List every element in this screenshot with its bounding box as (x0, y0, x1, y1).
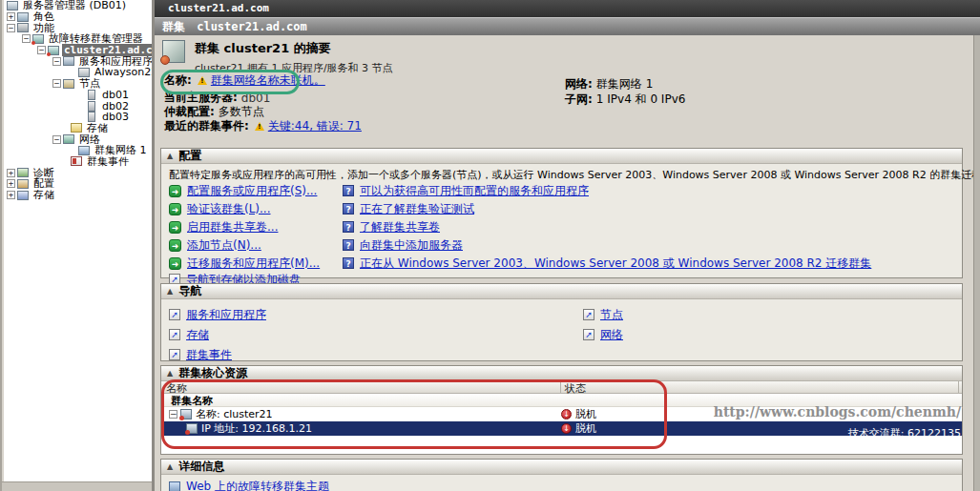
section-configure-header[interactable]: ▲ 配置 (161, 149, 962, 164)
collapse-minus-icon[interactable] (52, 79, 61, 88)
nav-link-services-applications[interactable]: 服务和应用程序 (169, 306, 266, 323)
action-arrow-icon (169, 257, 181, 270)
page-title: 群集 cluster21.ad.com (155, 17, 980, 35)
link-configure-service[interactable]: 配置服务或应用程序(S)... (169, 182, 317, 199)
help-icon (343, 185, 354, 196)
nav-link-nodes[interactable]: 节点 (583, 306, 623, 323)
tree-item-failover-cluster-manager[interactable]: 故障转移群集管理器 (4, 33, 152, 45)
cluster-network-name-offline-link[interactable]: 群集网络名称未联机。 (211, 72, 325, 89)
collapse-minus-icon[interactable] (52, 57, 61, 66)
field-quorum: 仲裁配置: 多数节点 (164, 105, 264, 119)
field-subnet: 子网: 1 IPv4 和 0 IPv6 (565, 92, 685, 107)
help-link-add-server[interactable]: 向群集中添加服务器 (343, 236, 463, 254)
tree-item-cluster-events[interactable]: 群集事件 (4, 156, 152, 168)
link-validate-cluster[interactable]: 验证该群集(L)... (169, 200, 271, 217)
tree-item-nodes[interactable]: 节点 (4, 78, 152, 90)
action-arrow-icon (169, 239, 181, 252)
navigate-icon (169, 309, 180, 320)
action-arrow-icon (169, 203, 181, 215)
section-core-resources-header[interactable]: ▲ 群集核心资源 (161, 366, 962, 381)
tree-item-storage[interactable]: 存储 (4, 123, 152, 134)
link-migrate-services[interactable]: 迁移服务和应用程序(M)... (169, 255, 320, 272)
help-link-migrating-cluster[interactable]: 正在从 Windows Server 2003、Windows Server 2… (343, 255, 871, 272)
tree-item-storage-root[interactable]: 存储 (4, 190, 152, 201)
nav-link-networks[interactable]: 网络 (583, 326, 623, 343)
nav-link-storage[interactable]: 存储 (169, 326, 209, 343)
ip-address-resource-icon (186, 423, 198, 434)
collapse-minus-icon[interactable] (169, 410, 177, 419)
expand-plus-icon[interactable] (7, 169, 15, 177)
cluster-icon (48, 46, 59, 55)
column-name[interactable]: 名称 (161, 381, 561, 393)
recent-events-link[interactable]: 关键:44, 错误: 71 (268, 118, 362, 134)
cluster-summary-icon (162, 40, 185, 63)
field-current-host: 当前主服务器: db01 (164, 91, 270, 105)
failover-cluster-manager-window: 服务器管理器 (DB01) 角色 功能 故障转移群集管理器 cluster21.… (0, 0, 980, 491)
application-icon (78, 68, 90, 77)
section-navigate-header[interactable]: ▲ 导航 (161, 284, 962, 299)
help-link-validation-tests[interactable]: 正在了解群集验证测试 (343, 200, 474, 217)
networks-icon (63, 134, 74, 144)
cluster-network-icon (78, 146, 90, 155)
collapse-minus-icon[interactable] (7, 24, 15, 32)
watermark-qq-group: 技术交流群: 62122135 (848, 426, 961, 440)
diagnostics-icon (17, 168, 29, 177)
collapse-minus-icon[interactable] (22, 34, 31, 43)
tree-item-configuration[interactable]: 配置 (4, 178, 152, 190)
cluster-summary-header: 群集 cluster21 的摘要 cluster21 拥有 1 应用程序/服务和… (162, 38, 393, 75)
tree-item-diagnostics[interactable]: 诊断 (4, 167, 152, 178)
details-web-topics-link[interactable]: Web 上的故障转移群集主题 (169, 479, 329, 491)
collapse-minus-icon[interactable] (37, 46, 46, 54)
navigate-icon (169, 329, 180, 340)
action-arrow-icon (169, 221, 181, 234)
collapse-arrow-icon: ▲ (167, 369, 173, 378)
section-details: ▲ 详细信息 Web 上的故障转移群集主题 (160, 459, 963, 491)
window-bottom-border (2, 481, 155, 491)
field-recent-events: 最近的群集事件: 关键:44, 错误: 71 (164, 119, 362, 133)
expand-plus-icon[interactable] (7, 191, 15, 199)
tree-item-db02[interactable]: db02 (4, 100, 152, 112)
tree-item-db03[interactable]: db03 (4, 112, 152, 123)
tree-item-roles[interactable]: 角色 (4, 11, 152, 23)
field-network: 网络: 群集网络 1 (565, 77, 653, 92)
tree-item-db01[interactable]: db01 (4, 90, 152, 101)
nav-link-cluster-events[interactable]: 群集事件 (169, 346, 232, 363)
warning-icon (198, 76, 207, 85)
section-configure: ▲ 配置 配置特定服务或应用程序的高可用性，添加一个或多个服务器(节点)，或从运… (160, 148, 963, 278)
cluster-events-icon (71, 156, 82, 166)
column-status[interactable]: 状态 (561, 381, 959, 393)
help-link-ha-services[interactable]: 可以为获得高可用性而配置的服务和应用程序 (343, 182, 589, 199)
link-add-node[interactable]: 添加节点(N)... (169, 236, 261, 254)
storage-folder-icon (71, 123, 82, 133)
status-badge: 脱机 (575, 421, 596, 436)
help-icon (343, 239, 354, 251)
navigate-icon (169, 349, 180, 360)
status-badge: 脱机 (575, 407, 596, 421)
help-icon (343, 257, 354, 269)
section-navigate: ▲ 导航 服务和应用程序 存储 群集事件 节点 网络 (160, 283, 963, 361)
navigate-icon (583, 329, 594, 340)
node-icon (88, 90, 95, 100)
tree-item-server-manager[interactable]: 服务器管理器 (DB01) (4, 0, 152, 11)
tree-item-services-applications[interactable]: 服务和应用程序 (4, 55, 152, 67)
page-title-cluster: cluster21.ad.com (197, 20, 307, 33)
collapse-arrow-icon: ▲ (167, 152, 173, 160)
services-applications-icon (63, 56, 74, 66)
watermark-url: http://www.cnblogs.com/chenmh/ (714, 404, 961, 419)
expand-plus-icon[interactable] (7, 12, 15, 21)
right-border-strip (973, 35, 980, 491)
configuration-icon (17, 179, 29, 189)
failover-cluster-manager-icon (32, 34, 44, 44)
expand-plus-icon[interactable] (7, 179, 15, 188)
collapse-minus-icon[interactable] (52, 135, 61, 144)
help-link-csv[interactable]: 了解群集共享卷 (343, 218, 440, 235)
web-topic-icon (169, 481, 180, 491)
table-header: 名称 状态 (161, 381, 962, 394)
help-icon (343, 203, 354, 215)
section-details-header[interactable]: ▲ 详细信息 (161, 460, 962, 475)
tree-item-alwayson22[interactable]: Alwayson22 (4, 67, 152, 78)
table-row-ip-address[interactable]: IP 地址: 192.168.1.21 脱机 (161, 421, 962, 436)
console-tree: 服务器管理器 (DB01) 角色 功能 故障转移群集管理器 cluster21.… (4, 0, 152, 481)
link-enable-csv[interactable]: 启用群集共享卷... (169, 218, 278, 235)
action-arrow-icon (169, 185, 181, 197)
